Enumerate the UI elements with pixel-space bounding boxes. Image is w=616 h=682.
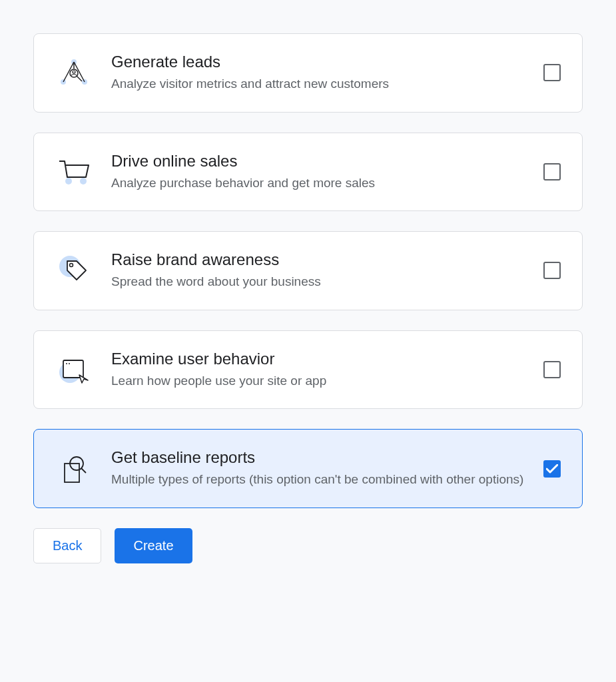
svg-point-9 <box>65 178 72 184</box>
tag-icon <box>55 252 93 289</box>
card-description: Learn how people use your site or app <box>111 372 525 390</box>
card-description: Analyze purchase behavior and get more s… <box>111 174 525 192</box>
svg-rect-17 <box>65 464 79 482</box>
checkbox-raise-brand-awareness[interactable] <box>543 262 561 279</box>
svg-line-7 <box>77 76 82 81</box>
option-card-generate-leads[interactable]: Generate leads Analyze visitor metrics a… <box>33 33 583 113</box>
back-button[interactable]: Back <box>33 528 101 563</box>
leads-icon <box>55 54 93 91</box>
card-content: Drive online sales Analyze purchase beha… <box>111 152 525 192</box>
button-row: Back Create <box>33 528 583 563</box>
card-title: Drive online sales <box>111 152 525 170</box>
checkbox-examine-user-behavior[interactable] <box>543 361 561 378</box>
card-description: Analyze visitor metrics and attract new … <box>111 75 525 93</box>
card-title: Raise brand awareness <box>111 250 525 269</box>
checkbox-get-baseline-reports[interactable] <box>543 460 561 478</box>
checkbox-generate-leads[interactable] <box>543 64 561 81</box>
checkbox-drive-online-sales[interactable] <box>543 163 561 180</box>
card-content: Raise brand awareness Spread the word ab… <box>111 250 525 291</box>
option-card-examine-user-behavior[interactable]: Examine user behavior Learn how people u… <box>33 330 583 410</box>
svg-point-16 <box>69 363 70 364</box>
option-card-raise-brand-awareness[interactable]: Raise brand awareness Spread the word ab… <box>33 231 583 310</box>
svg-point-8 <box>73 71 75 73</box>
card-title: Examine user behavior <box>111 350 525 368</box>
card-content: Get baseline reports Multiple types of r… <box>111 448 525 489</box>
reports-icon <box>55 450 93 488</box>
card-content: Examine user behavior Learn how people u… <box>111 350 525 390</box>
option-card-get-baseline-reports[interactable]: Get baseline reports Multiple types of r… <box>33 429 583 508</box>
svg-point-15 <box>66 363 67 364</box>
cart-icon <box>55 153 93 190</box>
create-button[interactable]: Create <box>115 528 192 563</box>
card-description: Spread the word about your business <box>111 273 525 291</box>
card-title: Get baseline reports <box>111 448 525 467</box>
option-card-drive-online-sales[interactable]: Drive online sales Analyze purchase beha… <box>33 133 583 212</box>
card-content: Generate leads Analyze visitor metrics a… <box>111 53 525 93</box>
svg-line-19 <box>81 468 86 473</box>
card-title: Generate leads <box>111 53 525 71</box>
svg-point-10 <box>80 178 87 184</box>
card-description: Multiple types of reports (this option c… <box>111 471 525 489</box>
behavior-icon <box>55 351 93 388</box>
